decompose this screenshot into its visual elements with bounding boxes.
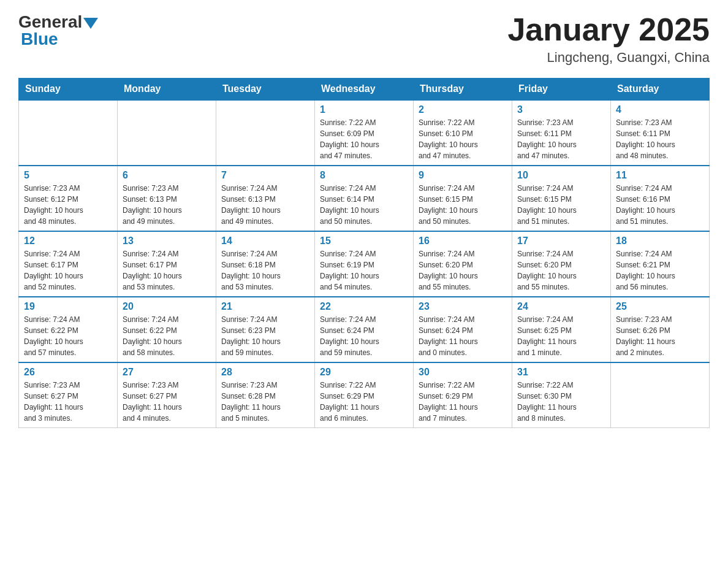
- calendar-week-3: 12Sunrise: 7:24 AMSunset: 6:17 PMDayligh…: [19, 231, 710, 297]
- location-title: Lingcheng, Guangxi, China: [507, 50, 710, 66]
- calendar-cell: 25Sunrise: 7:23 AMSunset: 6:26 PMDayligh…: [611, 297, 710, 362]
- logo: General Blue: [18, 12, 98, 49]
- calendar-table: SundayMondayTuesdayWednesdayThursdayFrid…: [18, 78, 710, 428]
- day-info: Sunrise: 7:24 AMSunset: 6:16 PMDaylight:…: [616, 183, 704, 227]
- day-number: 18: [616, 236, 704, 247]
- day-info: Sunrise: 7:24 AMSunset: 6:13 PMDaylight:…: [221, 183, 309, 227]
- day-number: 12: [24, 236, 112, 247]
- day-info: Sunrise: 7:24 AMSunset: 6:22 PMDaylight:…: [24, 314, 112, 358]
- calendar-week-2: 5Sunrise: 7:23 AMSunset: 6:12 PMDaylight…: [19, 166, 710, 231]
- calendar-cell: 31Sunrise: 7:22 AMSunset: 6:30 PMDayligh…: [512, 362, 611, 428]
- calendar-cell: 14Sunrise: 7:24 AMSunset: 6:18 PMDayligh…: [216, 231, 315, 297]
- day-number: 15: [320, 236, 408, 247]
- day-info: Sunrise: 7:24 AMSunset: 6:24 PMDaylight:…: [419, 314, 507, 358]
- day-number: 26: [24, 367, 112, 378]
- day-number: 21: [221, 301, 309, 312]
- day-number: 20: [123, 301, 211, 312]
- day-number: 25: [616, 301, 704, 312]
- day-number: 22: [320, 301, 408, 312]
- calendar-cell: 15Sunrise: 7:24 AMSunset: 6:19 PMDayligh…: [315, 231, 414, 297]
- calendar-cell: 12Sunrise: 7:24 AMSunset: 6:17 PMDayligh…: [19, 231, 118, 297]
- day-info: Sunrise: 7:24 AMSunset: 6:25 PMDaylight:…: [517, 314, 605, 358]
- day-info: Sunrise: 7:24 AMSunset: 6:15 PMDaylight:…: [517, 183, 605, 227]
- calendar-cell: 10Sunrise: 7:24 AMSunset: 6:15 PMDayligh…: [512, 166, 611, 231]
- day-info: Sunrise: 7:23 AMSunset: 6:13 PMDaylight:…: [123, 183, 211, 227]
- calendar-cell: 18Sunrise: 7:24 AMSunset: 6:21 PMDayligh…: [611, 231, 710, 297]
- calendar-header-row: SundayMondayTuesdayWednesdayThursdayFrid…: [19, 79, 710, 101]
- day-info: Sunrise: 7:23 AMSunset: 6:27 PMDaylight:…: [24, 380, 112, 424]
- day-info: Sunrise: 7:22 AMSunset: 6:09 PMDaylight:…: [320, 117, 408, 161]
- calendar-cell: 11Sunrise: 7:24 AMSunset: 6:16 PMDayligh…: [611, 166, 710, 231]
- calendar-header-wednesday: Wednesday: [315, 79, 414, 101]
- page-header: General Blue January 2025 Lingcheng, Gua…: [18, 12, 710, 66]
- logo-triangle-icon: [83, 18, 98, 29]
- day-number: 24: [517, 301, 605, 312]
- calendar-week-1: 1Sunrise: 7:22 AMSunset: 6:09 PMDaylight…: [19, 100, 710, 166]
- calendar-cell: 21Sunrise: 7:24 AMSunset: 6:23 PMDayligh…: [216, 297, 315, 362]
- day-info: Sunrise: 7:24 AMSunset: 6:15 PMDaylight:…: [419, 183, 507, 227]
- calendar-cell: 29Sunrise: 7:22 AMSunset: 6:29 PMDayligh…: [315, 362, 414, 428]
- calendar-cell: 23Sunrise: 7:24 AMSunset: 6:24 PMDayligh…: [414, 297, 512, 362]
- logo-blue-text: Blue: [18, 29, 98, 49]
- day-number: 5: [24, 170, 112, 181]
- day-info: Sunrise: 7:24 AMSunset: 6:22 PMDaylight:…: [123, 314, 211, 358]
- day-number: 11: [616, 170, 704, 181]
- day-info: Sunrise: 7:24 AMSunset: 6:19 PMDaylight:…: [320, 248, 408, 293]
- day-number: 23: [419, 301, 507, 312]
- day-number: 16: [419, 236, 507, 247]
- calendar-week-4: 19Sunrise: 7:24 AMSunset: 6:22 PMDayligh…: [19, 297, 710, 362]
- calendar-cell: 2Sunrise: 7:22 AMSunset: 6:10 PMDaylight…: [414, 100, 512, 166]
- calendar-header-friday: Friday: [512, 79, 611, 101]
- calendar-cell: 1Sunrise: 7:22 AMSunset: 6:09 PMDaylight…: [315, 100, 414, 166]
- day-info: Sunrise: 7:23 AMSunset: 6:26 PMDaylight:…: [616, 314, 704, 358]
- calendar-cell: 19Sunrise: 7:24 AMSunset: 6:22 PMDayligh…: [19, 297, 118, 362]
- day-number: 14: [221, 236, 309, 247]
- day-number: 30: [419, 367, 507, 378]
- calendar-cell: 16Sunrise: 7:24 AMSunset: 6:20 PMDayligh…: [414, 231, 512, 297]
- day-number: 6: [123, 170, 211, 181]
- day-info: Sunrise: 7:24 AMSunset: 6:24 PMDaylight:…: [320, 314, 408, 358]
- calendar-cell: 26Sunrise: 7:23 AMSunset: 6:27 PMDayligh…: [19, 362, 118, 428]
- day-info: Sunrise: 7:23 AMSunset: 6:12 PMDaylight:…: [24, 183, 112, 227]
- calendar-header-sunday: Sunday: [19, 79, 118, 101]
- calendar-cell: 5Sunrise: 7:23 AMSunset: 6:12 PMDaylight…: [19, 166, 118, 231]
- calendar-cell: 4Sunrise: 7:23 AMSunset: 6:11 PMDaylight…: [611, 100, 710, 166]
- day-number: 10: [517, 170, 605, 181]
- calendar-week-5: 26Sunrise: 7:23 AMSunset: 6:27 PMDayligh…: [19, 362, 710, 428]
- day-number: 28: [221, 367, 309, 378]
- day-info: Sunrise: 7:24 AMSunset: 6:17 PMDaylight:…: [24, 248, 112, 293]
- calendar-cell: 20Sunrise: 7:24 AMSunset: 6:22 PMDayligh…: [118, 297, 216, 362]
- calendar-cell: 13Sunrise: 7:24 AMSunset: 6:17 PMDayligh…: [118, 231, 216, 297]
- day-number: 2: [419, 104, 507, 115]
- day-info: Sunrise: 7:24 AMSunset: 6:21 PMDaylight:…: [616, 248, 704, 293]
- day-number: 29: [320, 367, 408, 378]
- day-info: Sunrise: 7:22 AMSunset: 6:10 PMDaylight:…: [419, 117, 507, 161]
- calendar-cell: [19, 100, 118, 166]
- calendar-cell: 7Sunrise: 7:24 AMSunset: 6:13 PMDaylight…: [216, 166, 315, 231]
- calendar-cell: 9Sunrise: 7:24 AMSunset: 6:15 PMDaylight…: [414, 166, 512, 231]
- calendar-cell: 17Sunrise: 7:24 AMSunset: 6:20 PMDayligh…: [512, 231, 611, 297]
- day-info: Sunrise: 7:24 AMSunset: 6:23 PMDaylight:…: [221, 314, 309, 358]
- calendar-cell: 30Sunrise: 7:22 AMSunset: 6:29 PMDayligh…: [414, 362, 512, 428]
- calendar-header-tuesday: Tuesday: [216, 79, 315, 101]
- calendar-cell: 28Sunrise: 7:23 AMSunset: 6:28 PMDayligh…: [216, 362, 315, 428]
- day-info: Sunrise: 7:22 AMSunset: 6:30 PMDaylight:…: [517, 380, 605, 424]
- calendar-cell: 24Sunrise: 7:24 AMSunset: 6:25 PMDayligh…: [512, 297, 611, 362]
- day-number: 3: [517, 104, 605, 115]
- calendar-cell: [216, 100, 315, 166]
- calendar-cell: 22Sunrise: 7:24 AMSunset: 6:24 PMDayligh…: [315, 297, 414, 362]
- day-info: Sunrise: 7:22 AMSunset: 6:29 PMDaylight:…: [320, 380, 408, 424]
- day-info: Sunrise: 7:23 AMSunset: 6:11 PMDaylight:…: [616, 117, 704, 161]
- day-number: 9: [419, 170, 507, 181]
- calendar-cell: [611, 362, 710, 428]
- day-info: Sunrise: 7:24 AMSunset: 6:14 PMDaylight:…: [320, 183, 408, 227]
- month-title: January 2025: [507, 12, 710, 47]
- calendar-header-thursday: Thursday: [414, 79, 512, 101]
- day-number: 19: [24, 301, 112, 312]
- calendar-cell: [118, 100, 216, 166]
- day-info: Sunrise: 7:23 AMSunset: 6:11 PMDaylight:…: [517, 117, 605, 161]
- day-info: Sunrise: 7:24 AMSunset: 6:20 PMDaylight:…: [419, 248, 507, 293]
- calendar-header-monday: Monday: [118, 79, 216, 101]
- day-number: 8: [320, 170, 408, 181]
- calendar-cell: 6Sunrise: 7:23 AMSunset: 6:13 PMDaylight…: [118, 166, 216, 231]
